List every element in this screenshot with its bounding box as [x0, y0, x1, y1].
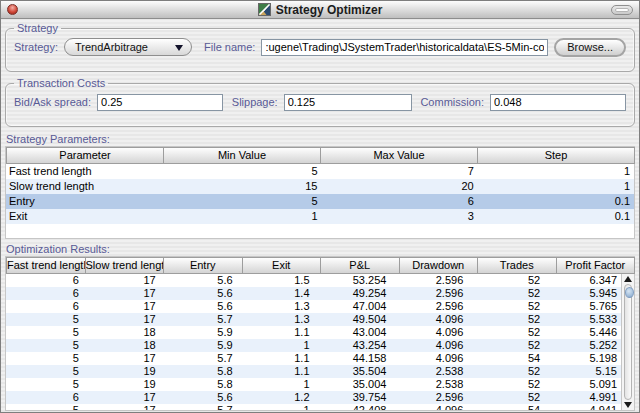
column-header[interactable]: Entry	[163, 257, 243, 274]
table-cell: 6.347	[544, 274, 621, 287]
table-cell: 2.596	[390, 300, 467, 313]
commission-label: Commission:	[420, 96, 484, 108]
table-cell: 54	[467, 352, 544, 365]
column-header[interactable]: Profit Factor	[556, 257, 636, 274]
table-cell: 35.004	[314, 378, 391, 391]
table-row[interactable]: 5175.71.144.1584.096545.198	[6, 352, 621, 365]
table-cell: 0.1	[478, 209, 634, 224]
table-cell: 19	[83, 378, 160, 391]
table-row[interactable]: 6175.61.553.2542.596526.347	[6, 274, 621, 287]
table-row[interactable]: 5195.81.135.5042.538525.15	[6, 365, 621, 378]
table-row[interactable]: Fast trend length571	[6, 164, 634, 179]
column-header[interactable]: Drawdown	[399, 257, 479, 274]
table-cell: 5.6	[160, 300, 237, 313]
browse-button[interactable]: Browse...	[554, 38, 626, 57]
slippage-input[interactable]	[284, 94, 412, 111]
results-table-body: 6175.61.553.2542.596526.3476175.61.449.2…	[6, 274, 621, 410]
table-cell: 5.7	[160, 352, 237, 365]
table-row[interactable]: 5185.91.143.0044.096525.446	[6, 326, 621, 339]
shade-button[interactable]	[611, 5, 633, 15]
file-name-label: File name:	[204, 41, 255, 53]
column-header[interactable]: Max Value	[320, 147, 478, 164]
results-table-header: Fast trend lengthSlow trend lengthEntryE…	[6, 257, 634, 274]
file-name-input[interactable]	[261, 39, 548, 56]
table-cell: 4.991	[544, 391, 621, 404]
table-row[interactable]: Exit130.1	[6, 209, 634, 224]
vertical-scrollbar[interactable]	[621, 274, 634, 410]
column-header[interactable]: Step	[477, 147, 635, 164]
table-cell: 4.941	[544, 404, 621, 410]
table-cell: 52	[467, 287, 544, 300]
scrollbar-track[interactable]	[624, 284, 632, 400]
table-cell: 1	[237, 378, 314, 391]
table-cell: 52	[467, 274, 544, 287]
table-cell: 1.3	[237, 300, 314, 313]
column-header[interactable]: Parameter	[6, 147, 164, 164]
table-cell: 1.4	[237, 287, 314, 300]
table-cell: 17	[83, 404, 160, 410]
table-row[interactable]: 5195.8135.0042.538525.091	[6, 378, 621, 391]
table-cell: 5.6	[160, 287, 237, 300]
window-title: Strategy Optimizer	[258, 3, 383, 17]
table-row[interactable]: 6175.61.347.0042.596525.765	[6, 300, 621, 313]
table-cell: 2.596	[390, 274, 467, 287]
table-cell: 17	[83, 287, 160, 300]
table-cell: 4.096	[390, 339, 467, 352]
table-cell: 1	[478, 164, 634, 179]
scroll-down-icon[interactable]	[624, 401, 633, 409]
table-cell: 5.8	[160, 365, 237, 378]
column-header[interactable]: Exit	[242, 257, 322, 274]
scrollbar-thumb[interactable]	[625, 287, 634, 298]
table-cell: 5.091	[544, 378, 621, 391]
column-header[interactable]: Fast trend length	[6, 257, 86, 274]
bid-ask-spread-input[interactable]	[97, 94, 223, 111]
table-cell: 43.254	[314, 339, 391, 352]
table-row[interactable]: 6175.61.239.7542.596524.991	[6, 391, 621, 404]
column-header[interactable]: Trades	[477, 257, 557, 274]
table-cell: 5.7	[160, 404, 237, 410]
column-header[interactable]: Min Value	[163, 147, 321, 164]
table-cell: 17	[83, 391, 160, 404]
table-cell: 1.3	[237, 313, 314, 326]
table-cell: 5	[6, 404, 83, 410]
table-cell: Slow trend length	[6, 179, 165, 194]
table-cell: 15	[165, 179, 321, 194]
table-cell: 3	[322, 209, 478, 224]
close-button[interactable]	[7, 4, 18, 15]
table-row[interactable]: 5185.9143.2544.096525.252	[6, 339, 621, 352]
table-cell: 2.538	[390, 378, 467, 391]
commission-input[interactable]	[490, 94, 626, 111]
table-cell: 1	[165, 209, 321, 224]
table-cell: Entry	[6, 194, 165, 209]
title-bar[interactable]: Strategy Optimizer	[1, 1, 639, 19]
table-cell: 5.7	[160, 313, 237, 326]
table-cell: 6	[6, 274, 83, 287]
table-cell: 52	[467, 326, 544, 339]
table-cell: 1.1	[237, 326, 314, 339]
table-cell: 42.408	[314, 404, 391, 410]
column-header[interactable]: P&L	[320, 257, 400, 274]
table-cell: 52	[467, 391, 544, 404]
table-row[interactable]: 5175.7142.4084.096544.941	[6, 404, 621, 410]
table-cell: 1.5	[237, 274, 314, 287]
table-cell: 5.945	[544, 287, 621, 300]
table-row[interactable]: 6175.61.449.2542.596525.945	[6, 287, 621, 300]
table-cell: 5	[6, 339, 83, 352]
table-cell: 5	[6, 365, 83, 378]
table-row[interactable]: Entry560.1	[6, 194, 634, 209]
table-cell: 54	[467, 404, 544, 410]
table-cell: 5	[6, 313, 83, 326]
column-header[interactable]: Slow trend length	[85, 257, 165, 274]
table-cell: 17	[83, 274, 160, 287]
strategy-parameters-label: Strategy Parameters:	[6, 133, 634, 145]
strategy-combobox[interactable]: TrendArbitrage	[64, 38, 192, 56]
slippage-label: Slippage:	[232, 96, 278, 108]
strategy-optimizer-window: { "window": { "title": "Strategy Optimiz…	[0, 0, 640, 413]
scroll-up-icon[interactable]	[624, 275, 633, 283]
table-cell: 5.446	[544, 326, 621, 339]
table-row[interactable]: Slow trend length15201	[6, 179, 634, 194]
table-cell: 52	[467, 365, 544, 378]
table-row[interactable]: 5175.71.349.5044.096525.533	[6, 313, 621, 326]
table-cell: 5	[6, 352, 83, 365]
table-cell: 44.158	[314, 352, 391, 365]
